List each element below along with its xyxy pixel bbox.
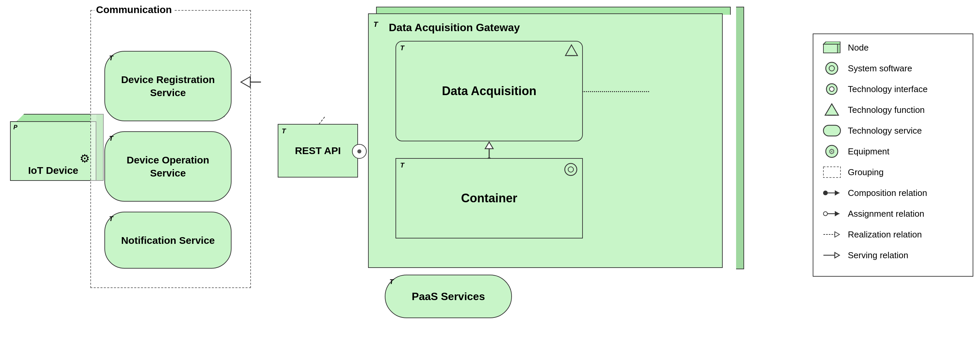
legend-realization-icon: [822, 228, 842, 241]
legend-tech-service-icon: [822, 124, 842, 137]
dos-t-badge: T: [109, 135, 113, 142]
svg-marker-27: [825, 104, 838, 115]
svg-point-24: [829, 66, 834, 71]
legend-grouping: Grouping: [822, 165, 964, 179]
legend-tech-service: Technology service: [822, 124, 964, 137]
dos-label: Device OperationService: [127, 153, 210, 179]
legend-tech-service-label: Technology service: [848, 126, 922, 136]
svg-marker-20: [823, 42, 840, 44]
container-t-badge: T: [400, 161, 404, 169]
drs-t-badge: T: [109, 54, 113, 62]
dag-container: T Data Acquisition Gateway T Data Acquis…: [368, 7, 736, 268]
legend-serving: Serving relation: [822, 249, 964, 262]
dag-t-badge: T: [374, 20, 378, 29]
legend-assignment: Assignment relation: [822, 207, 964, 221]
legend-node-icon: [822, 41, 842, 54]
legend-grouping-label: Grouping: [848, 167, 884, 177]
legend-tech-function: Technology function: [822, 103, 964, 117]
legend-system-software-label: System software: [848, 63, 912, 74]
svg-marker-42: [835, 253, 840, 258]
gear-icon: ⚙: [80, 152, 90, 165]
ns-t-badge: T: [109, 215, 113, 223]
legend-node-label: Node: [848, 43, 869, 53]
rest-api-box: T REST API: [278, 124, 358, 177]
paas-services: T PaaS Services: [385, 275, 512, 318]
da-t-badge: T: [400, 44, 404, 52]
paas-label: PaaS Services: [412, 290, 485, 303]
rest-t-badge: T: [282, 127, 286, 135]
legend-tech-function-icon: [822, 103, 842, 117]
legend-equipment-icon: ⚙: [822, 145, 842, 158]
legend-assignment-icon: [822, 207, 842, 221]
dotted-connector: [582, 91, 649, 92]
notification-service: T Notification Service: [104, 212, 232, 268]
svg-point-34: [823, 190, 828, 195]
legend: Node System software Technology interfac…: [813, 34, 973, 276]
device-operation-service: T Device OperationService: [104, 131, 232, 201]
container-label: Container: [461, 191, 517, 205]
legend-composition-label: Composition relation: [848, 188, 927, 198]
container-box: T Container: [396, 158, 583, 238]
svg-marker-12: [565, 45, 578, 56]
legend-node: Node: [822, 41, 964, 54]
legend-system-software-icon: [822, 62, 842, 75]
svg-point-26: [829, 87, 834, 91]
drs-label: Device RegistrationService: [121, 73, 215, 99]
svg-rect-29: [823, 125, 840, 136]
svg-rect-19: [823, 44, 837, 53]
svg-point-37: [823, 212, 827, 216]
device-registration-service: T Device RegistrationService: [104, 51, 232, 121]
paas-t-badge: T: [390, 278, 393, 286]
dag-main: T Data Acquisition Gateway T Data Acquis…: [368, 13, 723, 268]
legend-grouping-icon: [822, 165, 842, 179]
legend-equipment: ⚙ Equipment: [822, 145, 964, 158]
svg-rect-32: [823, 167, 840, 177]
svg-marker-16: [485, 142, 493, 149]
svg-marker-38: [835, 211, 840, 216]
da-label: Data Acquisition: [442, 84, 537, 98]
rest-label: REST API: [295, 145, 340, 157]
dag-side: [736, 7, 744, 269]
legend-system-software: System software: [822, 62, 964, 75]
legend-serving-icon: [822, 249, 842, 262]
legend-tech-interface-label: Technology interface: [848, 84, 928, 94]
system-software-icon: [563, 162, 578, 178]
legend-composition: Composition relation: [822, 186, 964, 200]
svg-marker-40: [835, 232, 840, 237]
legend-tech-function-label: Technology function: [848, 105, 925, 115]
ns-label: Notification Service: [121, 234, 215, 247]
dag-title: Data Acquisition Gateway: [389, 21, 520, 34]
svg-point-18: [568, 167, 573, 172]
legend-realization: Realization relation: [822, 228, 964, 241]
iot-label: IoT Device: [11, 165, 96, 176]
data-acquisition-box: T Data Acquisition: [396, 41, 583, 141]
legend-composition-icon: [822, 186, 842, 200]
svg-marker-35: [835, 190, 840, 196]
legend-tech-interface: Technology interface: [822, 82, 964, 96]
svg-marker-11: [241, 77, 250, 88]
legend-tech-interface-icon: [822, 82, 842, 96]
iot-p-badge: P: [13, 124, 18, 131]
iot-device: P IoT Device ⚙: [10, 114, 104, 181]
tech-function-icon: [565, 44, 578, 58]
rest-interface-circle: [352, 144, 367, 159]
legend-realization-label: Realization relation: [848, 229, 922, 240]
communication-label: Communication: [94, 4, 173, 15]
legend-assignment-label: Assignment relation: [848, 209, 924, 219]
legend-equipment-label: Equipment: [848, 146, 889, 157]
communication-group: Communication T Device RegistrationServi…: [90, 10, 251, 288]
svg-marker-22: [837, 44, 840, 53]
legend-serving-label: Serving relation: [848, 250, 908, 261]
svg-text:⚙: ⚙: [829, 147, 835, 156]
